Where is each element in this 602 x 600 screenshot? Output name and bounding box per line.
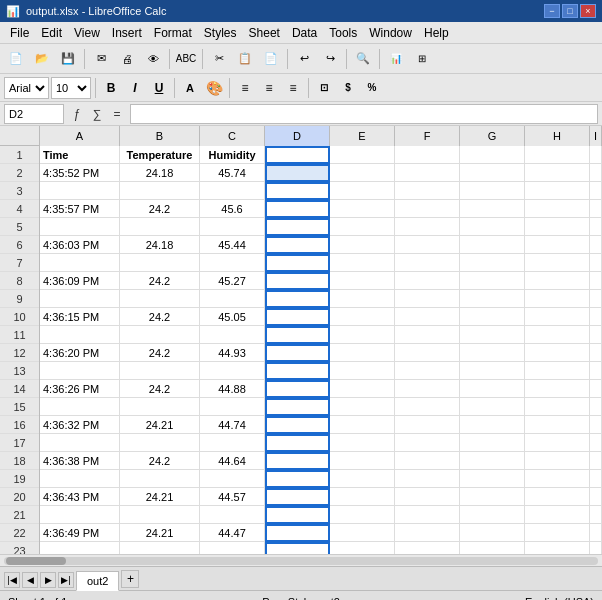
cell-8-c[interactable]: 45.27 [200,272,265,290]
cell-2-f[interactable] [395,164,460,182]
cell-9-i[interactable] [590,290,602,308]
cell-15-e[interactable] [330,398,395,416]
cell-4-a[interactable]: 4:35:57 PM [40,200,120,218]
cell-19-e[interactable] [330,470,395,488]
align-center-button[interactable]: ≡ [258,77,280,99]
cell-18-d[interactable] [265,452,330,470]
cell-18-b[interactable]: 24.2 [120,452,200,470]
cell-16-e[interactable] [330,416,395,434]
cell-17-a[interactable] [40,434,120,452]
cell-16-c[interactable]: 44.74 [200,416,265,434]
col-header-d[interactable]: D [265,126,330,146]
row-number-2[interactable]: 2 [0,164,39,182]
cell-2-b[interactable]: 24.18 [120,164,200,182]
italic-button[interactable]: I [124,77,146,99]
cell-6-h[interactable] [525,236,590,254]
spellcheck-button[interactable]: ABC [174,47,198,71]
cell-1-b[interactable]: Temperature [120,146,200,164]
cell-4-h[interactable] [525,200,590,218]
cell-6-b[interactable]: 24.18 [120,236,200,254]
cell-3-c[interactable] [200,182,265,200]
cell-21-h[interactable] [525,506,590,524]
row-number-23[interactable]: 23 [0,542,39,554]
row-number-3[interactable]: 3 [0,182,39,200]
cell-17-f[interactable] [395,434,460,452]
cell-10-c[interactable]: 45.05 [200,308,265,326]
row-number-1[interactable]: 1 [0,146,39,164]
cell-7-f[interactable] [395,254,460,272]
menu-tools[interactable]: Tools [323,24,363,42]
cell-5-f[interactable] [395,218,460,236]
col-header-b[interactable]: B [120,126,200,146]
print-button[interactable]: 🖨 [115,47,139,71]
cell-16-b[interactable]: 24.21 [120,416,200,434]
cell-5-i[interactable] [590,218,602,236]
cell-23-f[interactable] [395,542,460,554]
cell-6-a[interactable]: 4:36:03 PM [40,236,120,254]
menu-view[interactable]: View [68,24,106,42]
cell-11-d[interactable] [265,326,330,344]
close-button[interactable]: × [580,4,596,18]
cell-11-i[interactable] [590,326,602,344]
cell-6-f[interactable] [395,236,460,254]
cell-19-g[interactable] [460,470,525,488]
cell-10-e[interactable] [330,308,395,326]
sheet-tab-out2[interactable]: out2 [76,571,119,591]
cell-20-c[interactable]: 44.57 [200,488,265,506]
insert-table-button[interactable]: ⊞ [410,47,434,71]
insert-chart-button[interactable]: 📊 [384,47,408,71]
cell-7-e[interactable] [330,254,395,272]
col-header-f[interactable]: F [395,126,460,146]
cell-9-b[interactable] [120,290,200,308]
cell-6-i[interactable] [590,236,602,254]
cell-10-i[interactable] [590,308,602,326]
cell-2-g[interactable] [460,164,525,182]
cell-22-c[interactable]: 44.47 [200,524,265,542]
cell-1-a[interactable]: Time [40,146,120,164]
row-number-12[interactable]: 12 [0,344,39,362]
row-number-4[interactable]: 4 [0,200,39,218]
col-header-c[interactable]: C [200,126,265,146]
cell-23-b[interactable] [120,542,200,554]
cell-2-a[interactable]: 4:35:52 PM [40,164,120,182]
cell-20-h[interactable] [525,488,590,506]
cell-8-h[interactable] [525,272,590,290]
cell-15-b[interactable] [120,398,200,416]
cell-9-f[interactable] [395,290,460,308]
cell-17-c[interactable] [200,434,265,452]
scrollbar-thumb[interactable] [6,557,66,565]
cut-button[interactable]: ✂ [207,47,231,71]
add-sheet-button[interactable]: + [121,570,139,588]
cell-3-d[interactable] [265,182,330,200]
row-number-5[interactable]: 5 [0,218,39,236]
cell-1-e[interactable] [330,146,395,164]
cell-19-c[interactable] [200,470,265,488]
cell-4-c[interactable]: 45.6 [200,200,265,218]
font-color-button[interactable]: A [179,77,201,99]
cell-21-b[interactable] [120,506,200,524]
cell-21-i[interactable] [590,506,602,524]
cell-9-h[interactable] [525,290,590,308]
cell-12-d[interactable] [265,344,330,362]
preview-button[interactable]: 👁 [141,47,165,71]
cell-18-i[interactable] [590,452,602,470]
cell-4-f[interactable] [395,200,460,218]
cell-1-h[interactable] [525,146,590,164]
row-number-19[interactable]: 19 [0,470,39,488]
col-header-e[interactable]: E [330,126,395,146]
cell-23-g[interactable] [460,542,525,554]
cell-1-c[interactable]: Humidity [200,146,265,164]
cell-21-e[interactable] [330,506,395,524]
row-number-9[interactable]: 9 [0,290,39,308]
cell-8-f[interactable] [395,272,460,290]
cell-10-a[interactable]: 4:36:15 PM [40,308,120,326]
cell-19-a[interactable] [40,470,120,488]
cell-12-b[interactable]: 24.2 [120,344,200,362]
cell-23-c[interactable] [200,542,265,554]
minimize-button[interactable]: − [544,4,560,18]
cell-2-d[interactable] [265,164,330,182]
menu-help[interactable]: Help [418,24,455,42]
row-number-13[interactable]: 13 [0,362,39,380]
cell-21-g[interactable] [460,506,525,524]
cell-21-d[interactable] [265,506,330,524]
